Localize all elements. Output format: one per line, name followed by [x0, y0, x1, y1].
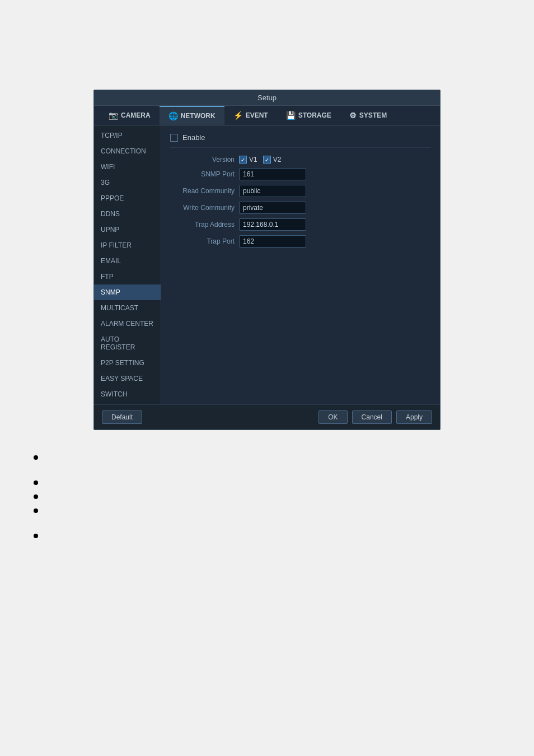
- ok-button[interactable]: OK: [318, 410, 347, 424]
- sidebar-item-switch[interactable]: SWITCH: [94, 386, 161, 402]
- version-label: Version: [170, 156, 235, 164]
- dialog-title: Setup: [94, 90, 440, 106]
- system-icon: ⚙: [349, 111, 357, 120]
- sidebar-item-ftp[interactable]: FTP: [94, 269, 161, 284]
- enable-row: Enable: [170, 133, 431, 148]
- apply-button[interactable]: Apply: [396, 410, 432, 424]
- write-community-input[interactable]: [239, 202, 306, 214]
- v2-checkbox[interactable]: [263, 156, 271, 164]
- sidebar-item-email[interactable]: EMAIL: [94, 253, 161, 269]
- bullet-2: [34, 478, 500, 485]
- enable-label: Enable: [182, 133, 205, 142]
- bullet-dot-5: [34, 534, 38, 538]
- bullets-section: [0, 452, 534, 545]
- sidebar-item-alarmcenter[interactable]: ALARM CENTER: [94, 316, 161, 332]
- sidebar: TCP/IP CONNECTION WIFI 3G PPPOE DDNS: [94, 125, 161, 404]
- tab-event[interactable]: ⚡ EVENT: [224, 106, 277, 125]
- v2-check[interactable]: V2: [263, 156, 282, 164]
- sidebar-item-ddns[interactable]: DDNS: [94, 206, 161, 222]
- sidebar-item-tcpip[interactable]: TCP/IP: [94, 128, 161, 143]
- trap-port-label: Trap Port: [170, 237, 235, 245]
- bullet-dot-2: [34, 480, 38, 485]
- bullet-5: [34, 531, 500, 538]
- sidebar-item-connection[interactable]: CONNECTION: [94, 143, 161, 159]
- sidebar-item-pppoe[interactable]: PPPOE: [94, 190, 161, 206]
- bullet-4: [34, 506, 500, 513]
- sidebar-item-3g[interactable]: 3G: [94, 175, 161, 190]
- default-button[interactable]: Default: [102, 410, 142, 424]
- v1-checkbox[interactable]: [239, 156, 247, 164]
- sidebar-item-multicast[interactable]: MULTICAST: [94, 300, 161, 316]
- sidebar-item-upnp[interactable]: UPNP: [94, 222, 161, 237]
- snmp-panel: Enable Version V1 V2: [161, 125, 440, 404]
- sidebar-item-snmp[interactable]: SNMP: [94, 284, 161, 300]
- trap-address-input[interactable]: [239, 218, 306, 231]
- v1-check[interactable]: V1: [239, 156, 257, 164]
- bullet-1: [34, 452, 500, 460]
- trap-port-input[interactable]: [239, 235, 306, 248]
- read-community-row: Read Community: [170, 185, 431, 197]
- camera-icon: 📷: [109, 111, 118, 120]
- snmp-port-input[interactable]: [239, 168, 306, 180]
- footer-bar: Default OK Cancel Apply: [94, 404, 440, 430]
- tab-camera[interactable]: 📷 CAMERA: [100, 106, 160, 125]
- tab-system[interactable]: ⚙ SYSTEM: [340, 106, 396, 125]
- write-community-row: Write Community: [170, 202, 431, 214]
- bullet-3: [34, 492, 500, 499]
- content-area: TCP/IP CONNECTION WIFI 3G PPPOE DDNS: [94, 125, 440, 404]
- read-community-label: Read Community: [170, 187, 235, 195]
- snmp-port-row: SNMP Port: [170, 168, 431, 180]
- footer-right: OK Cancel Apply: [318, 410, 432, 424]
- sidebar-item-easyspace[interactable]: EASY SPACE: [94, 371, 161, 386]
- setup-dialog: Setup 📷 CAMERA 🌐 NETWORK ⚡ EVENT 💾 STORA…: [93, 90, 441, 430]
- bullet-dot-1: [34, 455, 38, 460]
- trap-address-row: Trap Address: [170, 218, 431, 231]
- version-row: Version V1 V2: [170, 156, 431, 164]
- enable-checkbox[interactable]: [170, 134, 178, 142]
- snmp-port-label: SNMP Port: [170, 170, 235, 178]
- version-checkboxes: V1 V2: [239, 156, 281, 164]
- tab-bar: 📷 CAMERA 🌐 NETWORK ⚡ EVENT 💾 STORAGE ⚙ S…: [94, 106, 440, 125]
- tab-storage[interactable]: 💾 STORAGE: [277, 106, 340, 125]
- network-icon: 🌐: [168, 111, 178, 120]
- trap-port-row: Trap Port: [170, 235, 431, 248]
- cancel-button[interactable]: Cancel: [352, 410, 392, 424]
- bullet-dot-3: [34, 494, 38, 499]
- bullet-dot-4: [34, 508, 38, 513]
- event-icon: ⚡: [233, 111, 243, 120]
- sidebar-item-wifi[interactable]: WIFI: [94, 159, 161, 175]
- storage-icon: 💾: [286, 111, 296, 120]
- write-community-label: Write Community: [170, 204, 235, 212]
- sidebar-item-autoregister[interactable]: AUTO REGISTER: [94, 332, 161, 355]
- sidebar-item-p2psetting[interactable]: P2P SETTING: [94, 355, 161, 371]
- trap-address-label: Trap Address: [170, 221, 235, 228]
- read-community-input[interactable]: [239, 185, 306, 197]
- tab-network[interactable]: 🌐 NETWORK: [160, 106, 224, 125]
- sidebar-item-ipfilter[interactable]: IP FILTER: [94, 237, 161, 253]
